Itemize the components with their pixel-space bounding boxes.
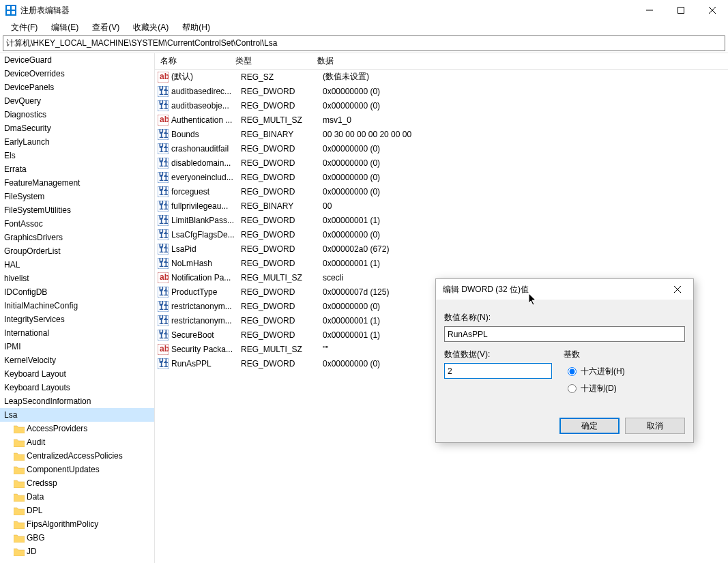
- tree-item-accessproviders[interactable]: AccessProviders: [0, 422, 154, 435]
- list-row[interactable]: BoundsREG_BINARY00 30 00 00 00 20 00 00: [155, 127, 728, 141]
- value-type: REG_DWORD: [241, 230, 323, 240]
- tree-item-deviceguard[interactable]: DeviceGuard: [0, 53, 154, 67]
- tree-item-international[interactable]: International: [0, 326, 154, 340]
- binary-value-icon: [158, 330, 169, 341]
- radio-hex[interactable]: 十六进制(H): [568, 366, 685, 377]
- tree-item-devicepanels[interactable]: DevicePanels: [0, 81, 154, 94]
- tree-item-fipsalgorithmpolicy[interactable]: FipsAlgorithmPolicy: [0, 517, 154, 531]
- tree-item-devquery[interactable]: DevQuery: [0, 94, 154, 108]
- tree-item-audit[interactable]: Audit: [0, 435, 154, 449]
- tree-item-filesystemutilities[interactable]: FileSystemUtilities: [0, 203, 154, 217]
- tree-item-graphicsdrivers[interactable]: GraphicsDrivers: [0, 231, 154, 244]
- tree-item-label: DevicePanels: [4, 83, 54, 92]
- tree-item-idconfigdb[interactable]: IDConfigDB: [0, 285, 154, 299]
- list-row[interactable]: LimitBlankPass...REG_DWORD0x00000001 (1): [155, 213, 728, 227]
- col-data[interactable]: 数据: [312, 55, 728, 67]
- tree-item-dpl[interactable]: DPL: [0, 504, 154, 517]
- tree-item-keyboard-layout[interactable]: Keyboard Layout: [0, 367, 154, 381]
- value-data-input[interactable]: [444, 363, 552, 379]
- menu-view[interactable]: 查看(V): [85, 20, 126, 35]
- list-row[interactable]: forceguestREG_DWORD0x00000000 (0): [155, 184, 728, 199]
- value-name: Bounds: [171, 130, 241, 139]
- list-row[interactable]: auditbaseobje...REG_DWORD0x00000000 (0): [155, 98, 728, 113]
- app-icon: [5, 5, 16, 16]
- folder-icon: [14, 465, 25, 474]
- col-name[interactable]: 名称: [155, 55, 230, 67]
- ok-button[interactable]: 确定: [559, 418, 620, 434]
- tree-item-componentupdates[interactable]: ComponentUpdates: [0, 463, 154, 476]
- tree-item-integrityservices[interactable]: IntegrityServices: [0, 313, 154, 326]
- tree-item-data[interactable]: Data: [0, 490, 154, 504]
- list-header: 名称 类型 数据: [155, 53, 728, 70]
- tree-item-jd[interactable]: JD: [0, 545, 154, 558]
- value-name: Security Packa...: [171, 345, 241, 354]
- menu-favorites[interactable]: 收藏夹(A): [126, 20, 175, 35]
- tree-item-gbg[interactable]: GBG: [0, 531, 154, 545]
- value-name: Authentication ...: [171, 115, 241, 125]
- tree-item-hivelist[interactable]: hivelist: [0, 272, 154, 285]
- tree-item-grouporderlist[interactable]: GroupOrderList: [0, 244, 154, 258]
- value-name-input[interactable]: [444, 326, 685, 342]
- address-bar[interactable]: 计算机\HKEY_LOCAL_MACHINE\SYSTEM\CurrentCon…: [3, 35, 725, 51]
- value-name: crashonauditfail: [171, 144, 241, 154]
- list-row[interactable]: crashonauditfailREG_DWORD0x00000000 (0): [155, 141, 728, 156]
- tree-item-label: LeapSecondInformation: [4, 396, 91, 406]
- tree-item-label: Errata: [4, 164, 27, 174]
- tree-item-ipmi[interactable]: IPMI: [0, 340, 154, 353]
- cancel-button[interactable]: 取消: [625, 418, 685, 434]
- list-row[interactable]: fullprivilegeau...REG_BINARY00: [155, 199, 728, 213]
- tree-item-kernelvelocity[interactable]: KernelVelocity: [0, 353, 154, 367]
- list-row[interactable]: auditbasedirec...REG_DWORD0x00000000 (0): [155, 84, 728, 98]
- tree-item-earlylaunch[interactable]: EarlyLaunch: [0, 135, 154, 149]
- minimize-button[interactable]: [634, 0, 665, 20]
- radio-hex-input[interactable]: [568, 367, 577, 376]
- menu-file[interactable]: 文件(F): [4, 20, 44, 35]
- list-row[interactable]: disabledomain...REG_DWORD0x00000000 (0): [155, 156, 728, 170]
- tree-item-centralizedaccesspolicies[interactable]: CentralizedAccessPolicies: [0, 449, 154, 463]
- tree-item-errata[interactable]: Errata: [0, 162, 154, 176]
- menu-edit[interactable]: 编辑(E): [44, 20, 85, 35]
- value-data: 0x000002a0 (672): [323, 244, 728, 254]
- tree-item-lsa[interactable]: Lsa: [0, 408, 154, 422]
- value-type: REG_DWORD: [241, 158, 323, 168]
- dialog-close-button[interactable]: [667, 279, 688, 300]
- value-type: REG_MULTI_SZ: [241, 115, 323, 125]
- radio-dec-input[interactable]: [568, 384, 577, 393]
- tree-item-diagnostics[interactable]: Diagnostics: [0, 108, 154, 121]
- tree-item-label: Credssp: [27, 478, 57, 488]
- list-row[interactable]: (默认)REG_SZ(数值未设置): [155, 70, 728, 84]
- tree-item-featuremanagement[interactable]: FeatureManagement: [0, 176, 154, 190]
- value-type: REG_MULTI_SZ: [241, 273, 323, 283]
- dialog-titlebar[interactable]: 编辑 DWORD (32 位)值: [436, 279, 693, 300]
- tree-item-els[interactable]: Els: [0, 149, 154, 162]
- col-type[interactable]: 类型: [230, 55, 312, 67]
- tree-panel[interactable]: DeviceGuardDeviceOverridesDevicePanelsDe…: [0, 53, 155, 563]
- value-type: REG_DWORD: [241, 302, 323, 311]
- list-row[interactable]: NoLmHashREG_DWORD0x00000001 (1): [155, 256, 728, 270]
- menu-help[interactable]: 帮助(H): [175, 20, 217, 35]
- tree-item-leapsecondinformation[interactable]: LeapSecondInformation: [0, 394, 154, 408]
- tree-item-initialmachineconfig[interactable]: InitialMachineConfig: [0, 299, 154, 313]
- titlebar: 注册表编辑器: [0, 0, 728, 20]
- list-row[interactable]: LsaCfgFlagsDe...REG_DWORD0x00000000 (0): [155, 227, 728, 242]
- value-type: REG_BINARY: [241, 201, 323, 211]
- tree-item-fontassoc[interactable]: FontAssoc: [0, 217, 154, 231]
- list-row[interactable]: Authentication ...REG_MULTI_SZmsv1_0: [155, 113, 728, 127]
- list-row[interactable]: LsaPidREG_DWORD0x000002a0 (672): [155, 242, 728, 256]
- value-data: 0x00000000 (0): [323, 144, 728, 154]
- value-type: REG_DWORD: [241, 173, 323, 182]
- maximize-button[interactable]: [665, 0, 697, 20]
- radio-dec[interactable]: 十进制(D): [568, 383, 685, 394]
- tree-item-hal[interactable]: HAL: [0, 258, 154, 272]
- tree-item-keyboard-layouts[interactable]: Keyboard Layouts: [0, 381, 154, 394]
- value-type: REG_DWORD: [241, 87, 323, 96]
- address-text[interactable]: 计算机\HKEY_LOCAL_MACHINE\SYSTEM\CurrentCon…: [6, 38, 722, 49]
- value-data: 0x00000000 (0): [323, 87, 728, 96]
- value-type: REG_DWORD: [241, 244, 323, 254]
- tree-item-deviceoverrides[interactable]: DeviceOverrides: [0, 67, 154, 81]
- list-row[interactable]: everyoneinclud...REG_DWORD0x00000000 (0): [155, 170, 728, 184]
- tree-item-dmasecurity[interactable]: DmaSecurity: [0, 121, 154, 135]
- tree-item-credssp[interactable]: Credssp: [0, 476, 154, 490]
- tree-item-filesystem[interactable]: FileSystem: [0, 190, 154, 203]
- close-button[interactable]: [697, 0, 728, 20]
